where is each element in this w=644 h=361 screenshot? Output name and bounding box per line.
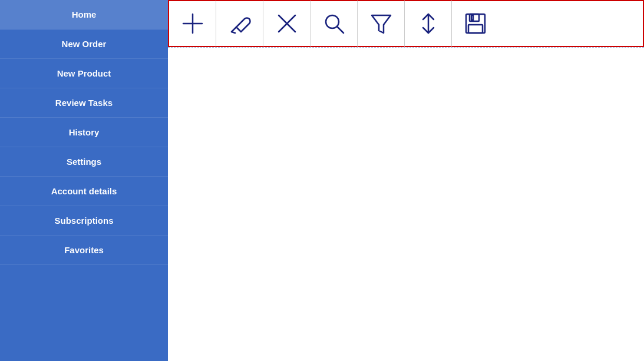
search-icon bbox=[321, 11, 347, 37]
sidebar-item-favorites[interactable]: Favorites bbox=[0, 236, 168, 265]
delete-button[interactable] bbox=[263, 1, 311, 47]
svg-rect-13 bbox=[471, 15, 473, 20]
edit-button[interactable] bbox=[216, 1, 263, 47]
svg-line-2 bbox=[232, 27, 236, 32]
sidebar-item-new-order[interactable]: New Order bbox=[0, 29, 168, 59]
sidebar-item-review-tasks[interactable]: Review Tasks bbox=[0, 88, 168, 118]
svg-rect-12 bbox=[468, 25, 483, 33]
main-content bbox=[168, 0, 644, 361]
content-area bbox=[168, 47, 644, 361]
sort-button[interactable] bbox=[405, 1, 452, 47]
sidebar-item-account-details[interactable]: Account details bbox=[0, 177, 168, 206]
delete-icon bbox=[274, 11, 300, 37]
filter-icon bbox=[368, 11, 394, 37]
sidebar-item-settings[interactable]: Settings bbox=[0, 147, 168, 177]
toolbar bbox=[168, 0, 644, 47]
save-button[interactable] bbox=[452, 1, 499, 47]
add-icon bbox=[180, 11, 206, 37]
save-icon bbox=[463, 11, 488, 37]
sidebar: Home New Order New Product Review Tasks … bbox=[0, 0, 168, 361]
sort-icon bbox=[415, 11, 441, 37]
filter-button[interactable] bbox=[358, 1, 405, 47]
svg-line-3 bbox=[232, 32, 235, 33]
sidebar-item-new-product[interactable]: New Product bbox=[0, 59, 168, 88]
edit-icon bbox=[227, 11, 253, 37]
search-button[interactable] bbox=[311, 1, 358, 47]
sidebar-item-history[interactable]: History bbox=[0, 118, 168, 147]
svg-marker-8 bbox=[372, 15, 391, 33]
sidebar-item-home[interactable]: Home bbox=[0, 0, 168, 29]
sidebar-item-subscriptions[interactable]: Subscriptions bbox=[0, 206, 168, 236]
add-button[interactable] bbox=[169, 1, 216, 47]
svg-line-7 bbox=[337, 27, 344, 33]
